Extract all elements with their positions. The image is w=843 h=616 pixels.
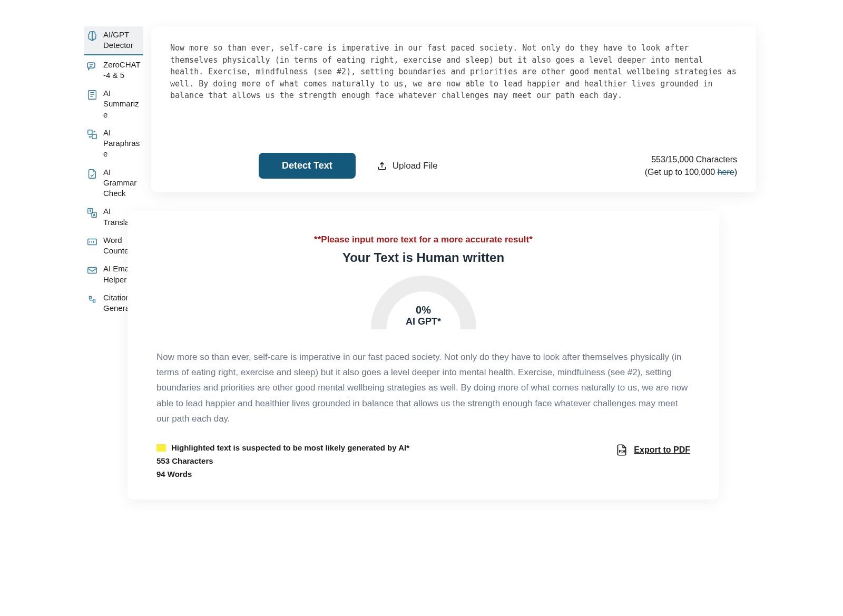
input-card: Now more so than ever, self-care is impe… — [151, 26, 756, 192]
upload-file-label: Upload File — [393, 161, 438, 171]
result-card: **Please input more text for a more accu… — [128, 211, 719, 500]
export-pdf-label: Export to PDF — [634, 445, 690, 455]
sidebar-item-paraphrase[interactable]: AI Paraphrase — [84, 124, 143, 163]
result-warning: **Please input more text for a more accu… — [156, 234, 690, 245]
svg-rect-6 — [88, 239, 97, 245]
input-actions: Detect Text Upload File 553/15,000 Chara… — [170, 132, 737, 179]
result-stats: Highlighted text is suspected to be most… — [156, 443, 594, 478]
brain-icon — [85, 30, 99, 43]
email-icon — [85, 263, 99, 277]
sidebar-item-grammar[interactable]: AI Grammar Check — [84, 164, 143, 202]
translate-icon — [85, 206, 99, 220]
svg-rect-7 — [88, 268, 97, 273]
upload-file-button[interactable]: Upload File — [370, 157, 444, 175]
char-counter-line2: (Get up to 100,000 here) — [645, 166, 737, 179]
sidebar-item-label: ZeroCHAT-4 & 5 — [103, 60, 142, 81]
analyzed-text: Now more so than ever, self-care is impe… — [156, 349, 690, 426]
highlight-note: Highlighted text is suspected to be most… — [171, 443, 409, 452]
detect-text-button[interactable]: Detect Text — [259, 153, 356, 179]
paraphrase-icon — [85, 128, 99, 141]
svg-rect-2 — [88, 130, 92, 134]
words-count: 94 Words — [156, 470, 594, 478]
gauge: 0% AI GPT* — [156, 276, 690, 329]
main-column: Now more so than ever, self-care is impe… — [151, 26, 756, 500]
sidebar-item-label: AI Grammar Check — [103, 167, 142, 199]
gauge-percent: 0% — [371, 304, 476, 316]
counter-icon — [85, 235, 99, 249]
grammar-icon — [85, 167, 99, 181]
char-counter-line1: 553/15,000 Characters — [645, 153, 737, 166]
result-footer: Highlighted text is suspected to be most… — [156, 443, 690, 478]
sidebar-item-label: AI Paraphrase — [103, 128, 142, 160]
sidebar-item-summarize[interactable]: AI Summarize — [84, 85, 143, 123]
summarize-icon — [85, 88, 99, 102]
detector-textarea[interactable]: Now more so than ever, self-care is impe… — [170, 42, 737, 121]
highlight-swatch — [156, 444, 166, 452]
character-counter: 553/15,000 Characters (Get up to 100,000… — [645, 153, 737, 179]
get-more-chars-link[interactable]: here — [718, 168, 734, 177]
upload-icon — [377, 161, 387, 171]
gauge-label: AI GPT* — [371, 316, 476, 327]
chars-count: 553 Characters — [156, 456, 594, 465]
highlight-legend: Highlighted text is suspected to be most… — [156, 443, 594, 452]
gauge-text: 0% AI GPT* — [371, 304, 476, 327]
chat-ai-icon — [85, 60, 99, 73]
sidebar-item-ai-gpt-detector[interactable]: AI/GPT Detector — [84, 26, 143, 55]
sidebar-item-label: AI Summarize — [103, 88, 142, 120]
svg-rect-0 — [87, 63, 95, 68]
pdf-icon: PDF — [615, 443, 629, 457]
svg-rect-1 — [89, 91, 96, 100]
citation-icon — [85, 292, 99, 306]
sidebar-item-zerochat[interactable]: ZeroCHAT-4 & 5 — [84, 56, 143, 84]
export-pdf-button[interactable]: PDF Export to PDF — [615, 443, 690, 457]
svg-rect-3 — [92, 134, 96, 139]
result-verdict: Your Text is Human written — [156, 250, 690, 265]
svg-text:PDF: PDF — [619, 450, 627, 454]
sidebar-item-label: AI/GPT Detector — [103, 30, 142, 51]
